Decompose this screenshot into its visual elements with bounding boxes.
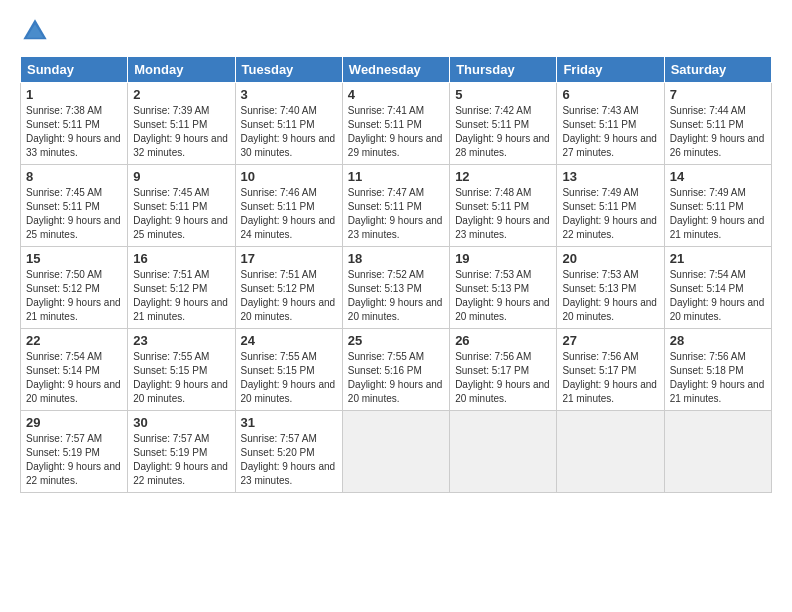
day-number: 13 — [562, 169, 658, 184]
calendar-cell: 20Sunrise: 7:53 AM Sunset: 5:13 PM Dayli… — [557, 247, 664, 329]
calendar-cell: 31Sunrise: 7:57 AM Sunset: 5:20 PM Dayli… — [235, 411, 342, 493]
weekday-header-saturday: Saturday — [664, 57, 771, 83]
day-number: 20 — [562, 251, 658, 266]
day-info: Sunrise: 7:43 AM Sunset: 5:11 PM Dayligh… — [562, 104, 658, 160]
calendar-cell: 14Sunrise: 7:49 AM Sunset: 5:11 PM Dayli… — [664, 165, 771, 247]
day-number: 6 — [562, 87, 658, 102]
day-info: Sunrise: 7:55 AM Sunset: 5:16 PM Dayligh… — [348, 350, 444, 406]
weekday-header-tuesday: Tuesday — [235, 57, 342, 83]
calendar-cell: 30Sunrise: 7:57 AM Sunset: 5:19 PM Dayli… — [128, 411, 235, 493]
calendar-cell — [450, 411, 557, 493]
day-info: Sunrise: 7:51 AM Sunset: 5:12 PM Dayligh… — [133, 268, 229, 324]
calendar-cell: 7Sunrise: 7:44 AM Sunset: 5:11 PM Daylig… — [664, 83, 771, 165]
calendar-cell: 23Sunrise: 7:55 AM Sunset: 5:15 PM Dayli… — [128, 329, 235, 411]
week-row-4: 22Sunrise: 7:54 AM Sunset: 5:14 PM Dayli… — [21, 329, 772, 411]
day-info: Sunrise: 7:56 AM Sunset: 5:17 PM Dayligh… — [455, 350, 551, 406]
calendar-cell: 21Sunrise: 7:54 AM Sunset: 5:14 PM Dayli… — [664, 247, 771, 329]
calendar-cell — [664, 411, 771, 493]
logo-icon — [20, 16, 50, 46]
day-info: Sunrise: 7:45 AM Sunset: 5:11 PM Dayligh… — [26, 186, 122, 242]
day-number: 2 — [133, 87, 229, 102]
day-number: 22 — [26, 333, 122, 348]
calendar-cell — [557, 411, 664, 493]
calendar-cell: 24Sunrise: 7:55 AM Sunset: 5:15 PM Dayli… — [235, 329, 342, 411]
day-number: 8 — [26, 169, 122, 184]
week-row-3: 15Sunrise: 7:50 AM Sunset: 5:12 PM Dayli… — [21, 247, 772, 329]
day-number: 30 — [133, 415, 229, 430]
calendar-cell: 1Sunrise: 7:38 AM Sunset: 5:11 PM Daylig… — [21, 83, 128, 165]
calendar-cell: 10Sunrise: 7:46 AM Sunset: 5:11 PM Dayli… — [235, 165, 342, 247]
day-number: 1 — [26, 87, 122, 102]
day-number: 12 — [455, 169, 551, 184]
day-info: Sunrise: 7:39 AM Sunset: 5:11 PM Dayligh… — [133, 104, 229, 160]
day-info: Sunrise: 7:56 AM Sunset: 5:17 PM Dayligh… — [562, 350, 658, 406]
day-info: Sunrise: 7:38 AM Sunset: 5:11 PM Dayligh… — [26, 104, 122, 160]
weekday-header-row: SundayMondayTuesdayWednesdayThursdayFrid… — [21, 57, 772, 83]
calendar-cell: 12Sunrise: 7:48 AM Sunset: 5:11 PM Dayli… — [450, 165, 557, 247]
day-info: Sunrise: 7:41 AM Sunset: 5:11 PM Dayligh… — [348, 104, 444, 160]
calendar-cell: 9Sunrise: 7:45 AM Sunset: 5:11 PM Daylig… — [128, 165, 235, 247]
day-info: Sunrise: 7:51 AM Sunset: 5:12 PM Dayligh… — [241, 268, 337, 324]
calendar-cell: 16Sunrise: 7:51 AM Sunset: 5:12 PM Dayli… — [128, 247, 235, 329]
calendar-cell: 6Sunrise: 7:43 AM Sunset: 5:11 PM Daylig… — [557, 83, 664, 165]
day-info: Sunrise: 7:40 AM Sunset: 5:11 PM Dayligh… — [241, 104, 337, 160]
calendar-cell: 18Sunrise: 7:52 AM Sunset: 5:13 PM Dayli… — [342, 247, 449, 329]
calendar-cell: 15Sunrise: 7:50 AM Sunset: 5:12 PM Dayli… — [21, 247, 128, 329]
day-info: Sunrise: 7:54 AM Sunset: 5:14 PM Dayligh… — [26, 350, 122, 406]
weekday-header-wednesday: Wednesday — [342, 57, 449, 83]
calendar-cell: 13Sunrise: 7:49 AM Sunset: 5:11 PM Dayli… — [557, 165, 664, 247]
day-info: Sunrise: 7:53 AM Sunset: 5:13 PM Dayligh… — [455, 268, 551, 324]
calendar-cell: 26Sunrise: 7:56 AM Sunset: 5:17 PM Dayli… — [450, 329, 557, 411]
day-info: Sunrise: 7:53 AM Sunset: 5:13 PM Dayligh… — [562, 268, 658, 324]
weekday-header-thursday: Thursday — [450, 57, 557, 83]
day-number: 5 — [455, 87, 551, 102]
header — [20, 16, 772, 46]
calendar-cell: 8Sunrise: 7:45 AM Sunset: 5:11 PM Daylig… — [21, 165, 128, 247]
calendar-cell: 2Sunrise: 7:39 AM Sunset: 5:11 PM Daylig… — [128, 83, 235, 165]
day-number: 16 — [133, 251, 229, 266]
day-number: 9 — [133, 169, 229, 184]
day-number: 29 — [26, 415, 122, 430]
day-number: 19 — [455, 251, 551, 266]
week-row-2: 8Sunrise: 7:45 AM Sunset: 5:11 PM Daylig… — [21, 165, 772, 247]
weekday-header-sunday: Sunday — [21, 57, 128, 83]
day-info: Sunrise: 7:45 AM Sunset: 5:11 PM Dayligh… — [133, 186, 229, 242]
week-row-1: 1Sunrise: 7:38 AM Sunset: 5:11 PM Daylig… — [21, 83, 772, 165]
day-number: 10 — [241, 169, 337, 184]
calendar-cell: 5Sunrise: 7:42 AM Sunset: 5:11 PM Daylig… — [450, 83, 557, 165]
weekday-header-monday: Monday — [128, 57, 235, 83]
calendar-cell: 3Sunrise: 7:40 AM Sunset: 5:11 PM Daylig… — [235, 83, 342, 165]
week-row-5: 29Sunrise: 7:57 AM Sunset: 5:19 PM Dayli… — [21, 411, 772, 493]
day-info: Sunrise: 7:48 AM Sunset: 5:11 PM Dayligh… — [455, 186, 551, 242]
day-number: 21 — [670, 251, 766, 266]
day-number: 28 — [670, 333, 766, 348]
day-number: 7 — [670, 87, 766, 102]
weekday-header-friday: Friday — [557, 57, 664, 83]
day-number: 4 — [348, 87, 444, 102]
day-number: 27 — [562, 333, 658, 348]
day-info: Sunrise: 7:55 AM Sunset: 5:15 PM Dayligh… — [241, 350, 337, 406]
day-number: 11 — [348, 169, 444, 184]
calendar-cell — [342, 411, 449, 493]
day-number: 3 — [241, 87, 337, 102]
calendar-cell: 29Sunrise: 7:57 AM Sunset: 5:19 PM Dayli… — [21, 411, 128, 493]
day-number: 18 — [348, 251, 444, 266]
day-info: Sunrise: 7:57 AM Sunset: 5:19 PM Dayligh… — [26, 432, 122, 488]
day-number: 31 — [241, 415, 337, 430]
day-number: 17 — [241, 251, 337, 266]
day-number: 14 — [670, 169, 766, 184]
calendar-cell: 11Sunrise: 7:47 AM Sunset: 5:11 PM Dayli… — [342, 165, 449, 247]
calendar-cell: 27Sunrise: 7:56 AM Sunset: 5:17 PM Dayli… — [557, 329, 664, 411]
day-info: Sunrise: 7:50 AM Sunset: 5:12 PM Dayligh… — [26, 268, 122, 324]
day-info: Sunrise: 7:49 AM Sunset: 5:11 PM Dayligh… — [670, 186, 766, 242]
day-info: Sunrise: 7:44 AM Sunset: 5:11 PM Dayligh… — [670, 104, 766, 160]
day-info: Sunrise: 7:47 AM Sunset: 5:11 PM Dayligh… — [348, 186, 444, 242]
day-number: 23 — [133, 333, 229, 348]
day-number: 15 — [26, 251, 122, 266]
day-info: Sunrise: 7:54 AM Sunset: 5:14 PM Dayligh… — [670, 268, 766, 324]
day-info: Sunrise: 7:49 AM Sunset: 5:11 PM Dayligh… — [562, 186, 658, 242]
day-info: Sunrise: 7:42 AM Sunset: 5:11 PM Dayligh… — [455, 104, 551, 160]
calendar-cell: 25Sunrise: 7:55 AM Sunset: 5:16 PM Dayli… — [342, 329, 449, 411]
calendar-cell: 22Sunrise: 7:54 AM Sunset: 5:14 PM Dayli… — [21, 329, 128, 411]
day-info: Sunrise: 7:57 AM Sunset: 5:20 PM Dayligh… — [241, 432, 337, 488]
